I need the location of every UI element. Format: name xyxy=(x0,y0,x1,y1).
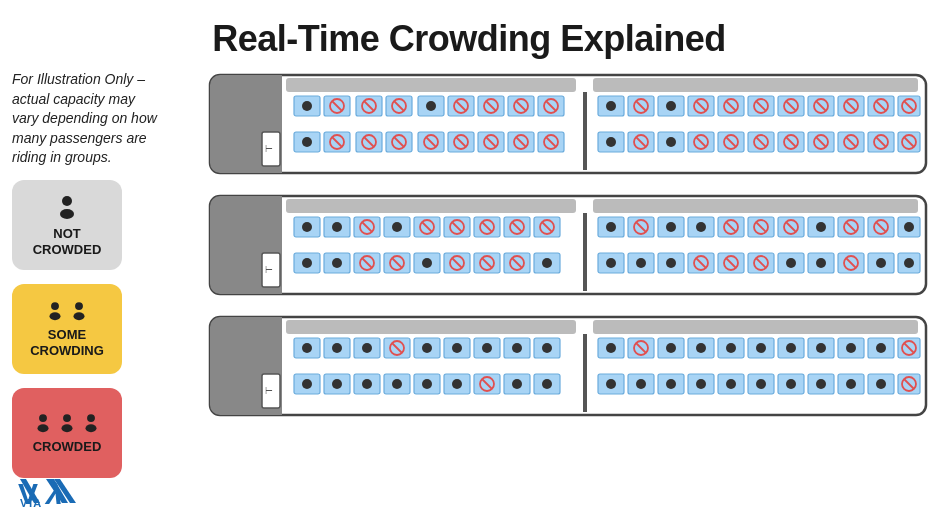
svg-point-220 xyxy=(636,258,646,268)
svg-point-73 xyxy=(606,101,616,111)
svg-rect-19 xyxy=(593,78,918,92)
svg-point-222 xyxy=(666,258,676,268)
svg-text:V: V xyxy=(18,477,38,509)
svg-point-269 xyxy=(542,343,552,353)
bus-diagram-crowded: ⊢ xyxy=(208,312,928,417)
svg-point-307 xyxy=(846,343,856,353)
svg-text:⊢: ⊢ xyxy=(265,144,273,154)
badge-some-crowding: SOMECROWDING xyxy=(12,284,122,374)
bus-diagram-not-crowded: ⊢ xyxy=(208,70,928,175)
svg-point-177 xyxy=(422,258,432,268)
svg-point-277 xyxy=(392,379,402,389)
svg-point-297 xyxy=(696,343,706,353)
svg-point-267 xyxy=(512,343,522,353)
svg-point-273 xyxy=(332,379,342,389)
bus-some-crowding: ⊢ xyxy=(208,191,928,300)
svg-point-256 xyxy=(362,343,372,353)
page-title: Real-Time Crowding Explained xyxy=(0,0,938,70)
person-icon-2a xyxy=(44,299,66,321)
svg-point-326 xyxy=(786,379,796,389)
bus-crowded: ⊢ xyxy=(208,312,928,421)
person-icon-3a xyxy=(32,411,54,433)
svg-point-252 xyxy=(302,343,312,353)
bus-diagram-some-crowding: ⊢ xyxy=(208,191,928,296)
svg-point-299 xyxy=(726,343,736,353)
svg-point-261 xyxy=(422,343,432,353)
svg-point-9 xyxy=(62,425,73,433)
svg-point-208 xyxy=(816,222,826,232)
svg-point-167 xyxy=(302,258,312,268)
bus-diagrams-section: ⊢ xyxy=(208,70,928,478)
svg-point-10 xyxy=(87,414,95,422)
svg-rect-248 xyxy=(286,320,576,334)
caption-text: For Illustration Only – actual capacity … xyxy=(12,70,162,168)
svg-point-275 xyxy=(362,379,372,389)
badge-icons-crowded xyxy=(32,411,102,433)
svg-point-271 xyxy=(302,379,312,389)
svg-point-318 xyxy=(666,379,676,389)
svg-point-4 xyxy=(75,303,83,311)
svg-rect-20 xyxy=(583,92,587,170)
person-icon-3b xyxy=(56,411,78,433)
left-section: For Illustration Only – actual capacity … xyxy=(12,70,192,478)
svg-point-218 xyxy=(606,258,616,268)
svg-point-324 xyxy=(756,379,766,389)
svg-point-316 xyxy=(636,379,646,389)
svg-point-2 xyxy=(51,303,59,311)
svg-point-190 xyxy=(606,222,616,232)
badge-label-not-crowded: NOTCROWDED xyxy=(33,226,102,257)
svg-point-104 xyxy=(606,137,616,147)
svg-point-320 xyxy=(696,379,706,389)
person-icon-2b xyxy=(68,299,90,321)
svg-rect-139 xyxy=(286,199,576,213)
svg-point-322 xyxy=(726,379,736,389)
svg-point-7 xyxy=(38,425,49,433)
svg-point-254 xyxy=(332,343,342,353)
svg-point-242 xyxy=(904,258,914,268)
svg-point-263 xyxy=(452,343,462,353)
svg-point-330 xyxy=(846,379,856,389)
svg-point-301 xyxy=(756,343,766,353)
svg-point-286 xyxy=(512,379,522,389)
svg-point-143 xyxy=(302,222,312,232)
svg-point-197 xyxy=(696,222,706,232)
badge-label-crowded: CROWDED xyxy=(33,439,102,455)
svg-point-328 xyxy=(816,379,826,389)
svg-point-0 xyxy=(62,196,72,206)
svg-rect-141 xyxy=(583,213,587,291)
svg-point-1 xyxy=(60,209,74,219)
person-icon-3c xyxy=(80,411,102,433)
svg-rect-250 xyxy=(583,334,587,412)
svg-text:⊢: ⊢ xyxy=(265,265,273,275)
svg-point-109 xyxy=(666,137,676,147)
badge-label-some-crowding: SOMECROWDING xyxy=(30,327,104,358)
svg-point-195 xyxy=(666,222,676,232)
badge-icons-some-crowding xyxy=(44,299,90,321)
badge-not-crowded: NOTCROWDED xyxy=(12,180,122,270)
svg-point-150 xyxy=(392,222,402,232)
svg-point-169 xyxy=(332,258,342,268)
badge-icons-not-crowded xyxy=(53,192,81,220)
svg-point-188 xyxy=(542,258,552,268)
badge-crowded: CROWDED xyxy=(12,388,122,478)
svg-point-33 xyxy=(426,101,436,111)
svg-point-78 xyxy=(666,101,676,111)
svg-point-5 xyxy=(74,313,85,321)
svg-point-305 xyxy=(816,343,826,353)
svg-point-309 xyxy=(876,343,886,353)
svg-text:λ: λ xyxy=(44,477,63,509)
svg-rect-249 xyxy=(593,320,918,334)
svg-point-314 xyxy=(606,379,616,389)
badge-column: NOTCROWDED SOMECROWDING xyxy=(12,180,192,478)
svg-point-233 xyxy=(786,258,796,268)
svg-point-47 xyxy=(302,137,312,147)
svg-point-332 xyxy=(876,379,886,389)
svg-point-279 xyxy=(422,379,432,389)
svg-point-290 xyxy=(606,343,616,353)
svg-point-145 xyxy=(332,222,342,232)
person-icon-1 xyxy=(53,192,81,220)
svg-point-3 xyxy=(50,313,61,321)
svg-point-265 xyxy=(482,343,492,353)
svg-rect-140 xyxy=(593,199,918,213)
svg-rect-18 xyxy=(286,78,576,92)
